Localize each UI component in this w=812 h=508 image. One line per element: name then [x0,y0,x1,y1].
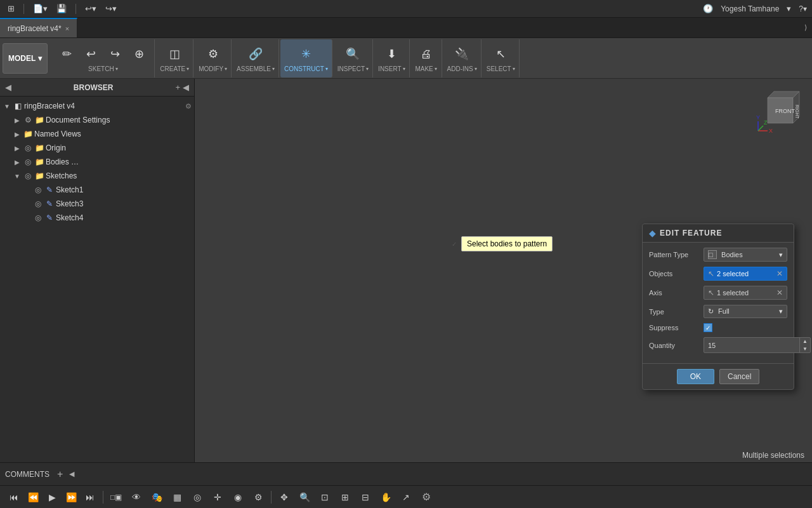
modify-button[interactable]: ⚙ [202,44,225,64]
origin-arrow[interactable]: ▶ [13,145,22,152]
tree-origin[interactable]: ▶ ◎ 📁 Origin [0,141,194,155]
cancel-button[interactable]: Cancel [719,369,759,384]
doc-settings-icon: ⚙ [23,115,33,125]
nav-hand-button[interactable]: ✋ [377,488,395,506]
tree-sketch4[interactable]: ◎ ✎ Sketch4 [0,211,194,225]
nav-grid-button[interactable]: ⊟ [357,488,374,506]
tree-bodies[interactable]: ▶ ◎ 📁 Bodies … [0,155,194,169]
sketch-main-button[interactable]: ✏ [55,44,78,64]
ok-button[interactable]: OK [677,369,714,384]
svg-text:Y: Y [756,114,760,121]
nav-settings3-button[interactable]: ⚙ [417,488,435,506]
doc-settings-arrow[interactable]: ▶ [13,117,22,124]
browser-collapse-left-icon[interactable]: ◀ [5,83,11,92]
model-menu-button[interactable]: MODEL ▾ [3,43,48,74]
browser-collapse-icon[interactable]: ◀ [183,83,189,92]
tree-named-views[interactable]: ▶ 📁 Named Views [0,127,194,141]
playback-prev-start-button[interactable]: ⏮ [5,488,23,506]
assemble-button[interactable]: 🔗 [244,44,267,64]
view-visual-style-button[interactable]: 👁 [128,488,145,506]
bodies-arrow[interactable]: ▶ [13,159,22,166]
sketches-arrow[interactable]: ▼ [13,173,22,180]
tree-root-item[interactable]: ▼ ◧ ringBracelet v4 ⚙ [0,99,194,113]
file-menu[interactable]: 📄▾ [30,3,50,15]
suppress-checkbox[interactable]: ✓ [704,323,712,332]
named-views-label: Named Views [34,130,81,138]
browser-add-button[interactable]: + [175,83,180,92]
playback-next-end-button[interactable]: ⏭ [81,488,99,506]
construct-icon: ✳ [297,45,315,63]
user-chevron[interactable]: ▾ [784,3,794,15]
view-look-at-button[interactable]: ◉ [229,488,247,506]
nav-move-button[interactable]: ✥ [275,488,293,506]
select-button[interactable]: ↖ [489,44,512,64]
tree-doc-settings[interactable]: ▶ ⚙ 📁 Document Settings [0,113,194,127]
help-button[interactable]: ?▾ [799,4,807,13]
grid-menu-icon[interactable]: ⊞ [5,3,17,15]
nav-orbit2-button[interactable]: ↗ [397,488,415,506]
suppress-row: Suppress ✓ [649,323,787,332]
root-expand-arrow[interactable]: ▼ [3,103,11,110]
objects-clear-button[interactable]: ✕ [776,269,783,278]
viewport[interactable]: ✓ ✓ ✓ ✓ ✓ ✓ ✓ ✓ ✓ ✓ ✓ Select bodies to [195,79,812,462]
tree-sketches[interactable]: ▼ ◎ 📁 Sketches [0,169,194,183]
comments-expand-btn[interactable]: ◀ [69,470,74,478]
quantity-input[interactable] [704,340,799,351]
clock-icon[interactable]: 🕐 [700,3,716,15]
pattern-type-value: Bodies [721,251,743,258]
addins-icon: 🔌 [453,45,471,63]
addins-button[interactable]: 🔌 [450,44,473,64]
view-cube[interactable]: FRONT RIGHT X Y Z [755,85,806,136]
quantity-up-button[interactable]: ▲ [800,338,810,345]
quantity-down-button[interactable]: ▼ [800,345,810,353]
rings-viewport: ✓ ✓ ✓ ✓ ✓ ✓ ✓ ✓ ✓ ✓ ✓ [195,79,385,174]
construct-button[interactable]: ✳ [294,44,317,64]
origin-visibility-icon: ◎ [23,143,33,153]
view-ground-button[interactable]: ▦ [168,488,186,506]
sketch1-visibility-icon: ◎ [33,185,43,195]
nav-zoom-window-button[interactable]: 🔍 [296,488,313,506]
undo-toolbar-button[interactable]: ↩ [79,44,102,64]
tree-sketch1[interactable]: ◎ ✎ Sketch1 [0,183,194,197]
create-dropdown-arrow: ▾ [187,66,189,72]
type-select[interactable]: ↻ Full ▾ [704,305,787,318]
redo-toolbar-button[interactable]: ↪ [103,44,126,64]
new-component-button[interactable]: ⊕ [128,44,150,64]
construct-dropdown-arrow: ▾ [325,66,328,72]
dialog-title-icon: ◆ [649,228,656,238]
save-button[interactable]: 💾 [54,3,69,15]
playback-prev-button[interactable]: ⏪ [24,488,42,506]
named-views-arrow[interactable]: ▶ [13,131,22,138]
view-settings-button[interactable]: ⚙ [249,488,267,506]
inspect-button[interactable]: 🔍 [341,44,364,64]
view-orbit-button[interactable]: ◎ [188,488,206,506]
nav-display-settings-button[interactable]: ⊞ [336,488,354,506]
modify-group: ⚙ MODIFY ▾ [195,39,232,77]
pattern-type-dropdown-arrow: ▾ [779,251,783,259]
axis-field[interactable]: ↖ 1 selected ✕ [704,286,787,300]
insert-button[interactable]: ⬇ [380,44,403,64]
pattern-type-select[interactable]: □ Bodies ▾ [704,248,787,262]
objects-field[interactable]: ↖ 2 selected ✕ [704,267,787,281]
playback-next-button[interactable]: ⏩ [62,488,80,506]
view-pan-button[interactable]: ✛ [209,488,226,506]
tab-expand-btn[interactable]: ⟩ [799,23,812,32]
view-display-mode-button[interactable]: □▣ [107,488,125,506]
create-button[interactable]: ◫ [163,44,186,64]
undo-button[interactable]: ↩▾ [82,3,99,15]
addins-dropdown-arrow: ▾ [475,66,477,72]
nav-zoom-fit-button[interactable]: ⊡ [316,488,334,506]
active-tab[interactable]: ringBracelet v4* × [0,18,77,37]
inspect-group-label: INSPECT [337,65,365,72]
assemble-dropdown-arrow: ▾ [272,66,275,72]
playback-play-button[interactable]: ▶ [43,488,61,506]
axis-clear-button[interactable]: ✕ [776,288,783,297]
redo-button[interactable]: ↪▾ [103,3,119,15]
tab-close-icon[interactable]: × [65,25,69,32]
comments-add-button[interactable]: + [57,469,63,480]
view-effects-button[interactable]: 🎭 [148,488,166,506]
comments-label: COMMENTS [5,470,49,479]
root-settings-icon[interactable]: ⚙ [185,102,192,110]
make-button[interactable]: 🖨 [415,44,438,64]
tree-sketch3[interactable]: ◎ ✎ Sketch3 [0,197,194,211]
